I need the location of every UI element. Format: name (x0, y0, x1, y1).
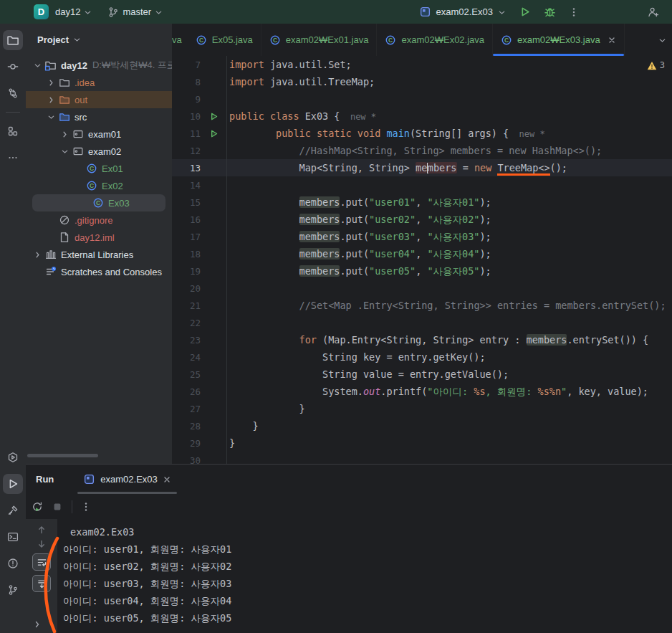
down-stacktrace-button[interactable] (37, 539, 47, 549)
run-gutter-icon[interactable] (201, 112, 226, 121)
project-toolwindow-button[interactable] (3, 30, 23, 50)
rerun-button[interactable] (32, 501, 43, 513)
svg-text:C: C (388, 37, 393, 44)
code-line-17[interactable]: 17 members.put("user03", "사용자03"); (172, 228, 672, 245)
run-config-selector[interactable]: exam02.Ex03 (419, 6, 507, 18)
code-editor[interactable]: 3 7import java.util.Set;8import java.uti… (172, 56, 672, 464)
scroll-to-end-toggle[interactable] (32, 575, 51, 592)
code-line-30[interactable]: 30 (172, 452, 672, 464)
up-stacktrace-button[interactable] (37, 525, 47, 535)
code-text (226, 314, 672, 331)
code-line-25[interactable]: 25 String value = entry.getValue(); (172, 366, 672, 383)
code-line-24[interactable]: 24 String key = entry.getKey(); (172, 348, 672, 366)
tree-item-src[interactable]: src (26, 108, 172, 125)
tree-item-Ex01[interactable]: CEx01 (26, 160, 172, 177)
terminal-toolwindow-button[interactable] (3, 527, 23, 547)
soft-wrap-toggle[interactable] (32, 553, 51, 571)
run-button[interactable] (519, 6, 531, 18)
structure-toolwindow-button[interactable] (3, 121, 23, 141)
code-line-21[interactable]: 21 //Set<Map .Entry<String, String>> ent… (172, 297, 672, 314)
tree-item-Ex02[interactable]: CEx02 (26, 177, 172, 194)
project-selector[interactable]: day12 (55, 6, 92, 17)
code-line-8[interactable]: 8import java.util.TreeMap; (172, 73, 672, 90)
run-gutter-icon[interactable] (201, 129, 226, 138)
code-line-9[interactable]: 9 (172, 90, 672, 108)
more-options-button[interactable] (81, 501, 91, 513)
more-actions-button[interactable] (569, 6, 579, 18)
tree-item-path: D:₩박세현₩4. 프로 (92, 59, 172, 72)
chevron-open-icon[interactable] (30, 62, 44, 70)
tree-item-Ex03[interactable]: CEx03 (32, 194, 165, 211)
chevron-closed-icon[interactable] (30, 251, 44, 259)
close-icon[interactable] (163, 475, 171, 484)
branch-selector[interactable]: master (107, 6, 163, 18)
code-line-12[interactable]: 12 //HashMap<String, String> members = n… (172, 142, 672, 159)
inspection-widget[interactable]: 3 (647, 60, 665, 70)
chevron-closed-icon[interactable] (44, 96, 58, 104)
stop-button[interactable] (52, 501, 63, 513)
line-number: 20 (172, 283, 201, 294)
code-line-29[interactable]: 29} (172, 434, 672, 452)
chevron-open-icon[interactable] (44, 113, 58, 121)
tree-item-day12[interactable]: day12D:₩박세현₩4. 프로 (26, 57, 172, 74)
line-number: 14 (172, 180, 201, 191)
problems-toolwindow-button[interactable] (3, 553, 23, 573)
editor-tab-exam02₩Ex03.java[interactable]: Cexam02₩Ex03.java (493, 24, 625, 56)
pull-requests-button[interactable] (3, 83, 23, 103)
tree-item-exam01[interactable]: exam01 (26, 125, 172, 143)
editor-tab-exam02₩Ex01.java[interactable]: Cexam02₩Ex01.java (261, 24, 378, 56)
code-line-11[interactable]: 11 public static void main(String[] args… (172, 125, 672, 142)
commit-toolwindow-button[interactable] (3, 57, 23, 77)
code-line-23[interactable]: 23 for (Map.Entry<String, String> entry … (172, 331, 672, 348)
tree-item-label: Ex02 (102, 181, 123, 191)
code-line-13[interactable]: 13 Map<String, String> members = new Tre… (172, 159, 672, 176)
editor-tab-exam02₩Ex02.java[interactable]: Cexam02₩Ex02.java (377, 24, 493, 56)
project-panel-header[interactable]: Project (26, 24, 172, 55)
code-line-22[interactable]: 22 (172, 314, 672, 331)
run-toolwindow-button[interactable] (3, 474, 23, 494)
code-line-27[interactable]: 27 } (172, 400, 672, 417)
add-user-button[interactable] (648, 6, 659, 18)
run-panel: Run exam02.Ex03 exam02.Ex03아이디: user01 (26, 464, 672, 633)
tab-label: exam02₩Ex02.java (401, 34, 484, 45)
svg-text:C: C (89, 165, 93, 172)
tab-overflow-left[interactable]: va (172, 24, 188, 56)
tree-item-External Libraries[interactable]: External Libraries (26, 246, 172, 263)
git-toolwindow-button[interactable] (3, 580, 23, 600)
code-text (226, 176, 672, 194)
editor-tab-Ex05.java[interactable]: CEx05.java (188, 24, 261, 56)
more-toolwindows-button[interactable] (3, 148, 23, 168)
services-toolwindow-button[interactable] (3, 447, 23, 467)
code-line-28[interactable]: 28 } (172, 417, 672, 434)
code-line-19[interactable]: 19 members.put("user05", "사용자05"); (172, 262, 672, 280)
code-line-16[interactable]: 16 members.put("user02", "사용자02"); (172, 211, 672, 228)
run-console-tab[interactable]: exam02.Ex03 (77, 465, 177, 494)
tree-item-Scratches and Consoles[interactable]: Scratches and Consoles (26, 263, 172, 280)
tree-item-out[interactable]: out (26, 91, 172, 108)
console-command-line[interactable]: exam02.Ex03 (57, 523, 672, 541)
horizontal-scrollbar[interactable] (27, 454, 98, 457)
code-line-7[interactable]: 7import java.util.Set; (172, 56, 672, 73)
console-output[interactable]: exam02.Ex03아이디: user01, 회원명: 사용자01아이디: u… (57, 519, 672, 633)
debug-button[interactable] (544, 6, 556, 18)
close-icon[interactable] (608, 36, 616, 44)
tree-item-label: exam02 (88, 146, 121, 157)
tree-item-.gitignore[interactable]: .gitignore (26, 211, 172, 229)
code-line-14[interactable]: 14 (172, 176, 672, 194)
chevron-open-icon[interactable] (57, 148, 72, 156)
expand-chevron-icon[interactable] (33, 620, 42, 629)
code-line-20[interactable]: 20 (172, 280, 672, 297)
chevron-closed-icon[interactable] (44, 79, 58, 87)
chevron-closed-icon[interactable] (57, 130, 72, 138)
build-toolwindow-button[interactable] (3, 500, 23, 520)
tree-item-exam02[interactable]: exam02 (26, 143, 172, 160)
tree-item-day12.iml[interactable]: day12.iml (26, 229, 172, 246)
tree-item-.idea[interactable]: .idea (26, 74, 172, 91)
code-line-10[interactable]: 10public class Ex03 { new * (172, 108, 672, 125)
line-number: 23 (172, 335, 201, 346)
app-logo[interactable]: D (34, 4, 49, 19)
hidden-tabs-chevron-icon[interactable] (658, 37, 666, 44)
code-line-18[interactable]: 18 members.put("user04", "사용자04"); (172, 245, 672, 262)
code-line-26[interactable]: 26 System.out.printf("아이디: %s, 회원명: %s%n… (172, 383, 672, 400)
code-line-15[interactable]: 15 members.put("user01", "사용자01"); (172, 194, 672, 211)
